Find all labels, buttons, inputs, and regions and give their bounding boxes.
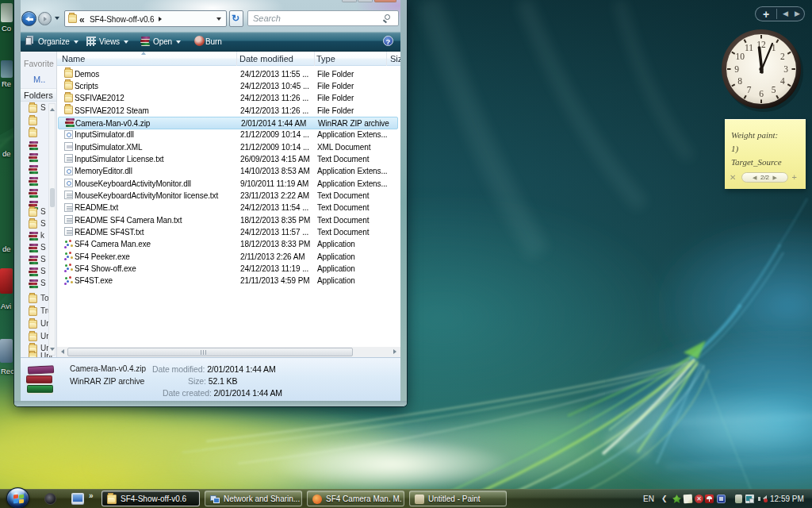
- svg-text:7: 7: [747, 85, 752, 94]
- svg-text:4: 4: [780, 76, 785, 86]
- svg-text:2: 2: [780, 52, 785, 61]
- svg-text:10: 10: [735, 52, 745, 61]
- svg-text:9: 9: [734, 64, 739, 74]
- svg-text:6: 6: [759, 89, 764, 98]
- svg-text:11: 11: [745, 43, 753, 52]
- svg-text:3: 3: [783, 64, 788, 74]
- svg-text:5: 5: [772, 85, 776, 94]
- svg-text:8: 8: [737, 76, 742, 86]
